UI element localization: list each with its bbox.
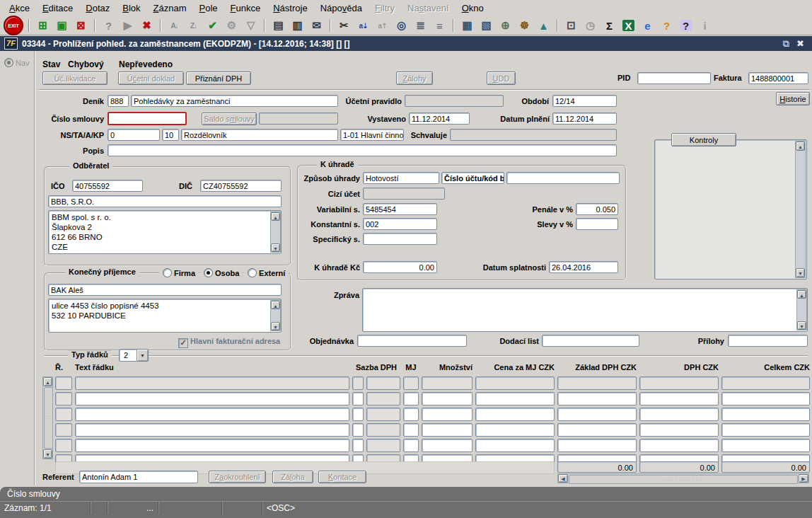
- grid-cell[interactable]: [422, 423, 472, 437]
- cislo-smlouvy-field[interactable]: [108, 112, 187, 125]
- sum-icon[interactable]: Σ: [601, 18, 618, 33]
- outline-expand-icon[interactable]: ≡: [431, 18, 448, 33]
- popis-field[interactable]: [108, 144, 617, 156]
- cizi-ucet-field[interactable]: [363, 188, 445, 200]
- prijemce-radio-osoba[interactable]: Osoba: [200, 268, 243, 277]
- grid-vertical-scrollbar[interactable]: ▲ ∵∴ ▼: [42, 376, 53, 459]
- print-setup-icon[interactable]: ▥: [289, 18, 306, 33]
- grid-cell[interactable]: [352, 376, 364, 390]
- saldo-field[interactable]: [259, 113, 338, 125]
- grid-cell[interactable]: [403, 392, 419, 405]
- grid-cell[interactable]: [403, 408, 419, 421]
- ns-field-3[interactable]: Rozdělovník: [181, 129, 338, 141]
- grid-cell[interactable]: [639, 408, 719, 421]
- grid-cell[interactable]: [557, 408, 637, 421]
- grid-cell[interactable]: [721, 392, 810, 405]
- help-icon[interactable]: ?: [677, 18, 695, 33]
- grid-cell[interactable]: [352, 392, 364, 405]
- grid-cell[interactable]: [75, 408, 349, 421]
- grid-cell[interactable]: [366, 423, 400, 437]
- ico-field[interactable]: 40755592: [72, 180, 143, 192]
- ns-field-2[interactable]: 10: [162, 129, 179, 141]
- k-uhrade-field[interactable]: 0.00: [363, 261, 437, 273]
- menu-item[interactable]: Akce: [3, 1, 36, 15]
- ns-field-4[interactable]: 1-01 Hlavní činnos: [340, 129, 404, 141]
- grid-cell[interactable]: [557, 392, 637, 405]
- externi-radio-icon[interactable]: [248, 268, 257, 277]
- typ-radku-dropdown[interactable]: 2 ▼: [119, 349, 149, 362]
- grid-cell[interactable]: [422, 376, 472, 390]
- cut-icon[interactable]: ✂: [335, 18, 353, 33]
- document-edit-icon[interactable]: ▧: [477, 18, 495, 33]
- grid-cell[interactable]: [721, 376, 810, 390]
- dodaci-list-field[interactable]: [542, 335, 639, 347]
- grid-cell[interactable]: [721, 439, 810, 452]
- grid-cell[interactable]: [422, 439, 472, 452]
- exit-button[interactable]: EXIT: [4, 16, 23, 35]
- faktura-field[interactable]: 1488800001: [748, 72, 808, 84]
- grid-cell[interactable]: [557, 423, 637, 437]
- menu-item[interactable]: Funkce: [224, 1, 267, 15]
- datum-plneni-field[interactable]: 11.12.2014: [552, 113, 617, 125]
- nav-radio[interactable]: [4, 58, 13, 67]
- grid-cell[interactable]: [639, 439, 719, 452]
- zoom-record-icon[interactable]: ◎: [393, 18, 410, 33]
- grid-cell[interactable]: [557, 376, 637, 390]
- grid-cell[interactable]: [403, 439, 419, 452]
- grid-cell[interactable]: [422, 408, 472, 421]
- duplicate-record-icon[interactable]: ▣: [53, 18, 71, 33]
- splatnost-field[interactable]: 26.04.2016: [549, 261, 618, 273]
- grid-cell[interactable]: [721, 423, 810, 437]
- menu-item[interactable]: Blok: [116, 1, 146, 15]
- browser-icon[interactable]: e: [639, 18, 656, 33]
- grid-cell[interactable]: [475, 392, 555, 405]
- globe-icon[interactable]: ⊕: [497, 18, 514, 33]
- grid-cell[interactable]: [75, 423, 349, 437]
- denik-code-field[interactable]: 888: [108, 95, 129, 107]
- grid-cell[interactable]: [366, 392, 400, 405]
- print-icon[interactable]: ▤: [269, 18, 287, 33]
- document-check-icon[interactable]: ▦: [458, 18, 476, 33]
- grid-cell[interactable]: [55, 376, 72, 390]
- konstantni-field[interactable]: 002: [363, 218, 437, 230]
- cancel-query-icon[interactable]: ✖: [138, 18, 156, 33]
- chevron-down-icon[interactable]: ▼: [137, 349, 149, 362]
- commit-icon[interactable]: ✔: [204, 18, 221, 33]
- grid-cell[interactable]: [475, 439, 555, 452]
- grid-cell[interactable]: [475, 408, 555, 421]
- grid-cell[interactable]: [75, 439, 349, 452]
- grid-cell[interactable]: [55, 392, 72, 405]
- vystaveno-field[interactable]: 11.12.2014: [409, 113, 470, 125]
- slevy-field[interactable]: [576, 218, 618, 230]
- priznani-dph-button[interactable]: Přiznání DPH: [186, 71, 251, 85]
- excel-icon[interactable]: X: [620, 18, 637, 33]
- grid-cell[interactable]: [639, 423, 719, 437]
- zpusob-uhrady-field[interactable]: Hotovostí: [363, 172, 439, 184]
- copy-value-icon[interactable]: a⇣: [354, 18, 372, 33]
- denik-name-field[interactable]: Pohledávky za zaměstnanci: [131, 95, 338, 107]
- help-columns-icon[interactable]: ?: [658, 18, 675, 33]
- grid-cell[interactable]: [366, 376, 400, 390]
- grid-cell[interactable]: [557, 439, 637, 452]
- insert-record-icon[interactable]: ⊞: [34, 18, 52, 33]
- dic-field[interactable]: CZ40755592: [200, 180, 282, 192]
- hlavni-adresa-checkbox[interactable]: ✓: [178, 338, 188, 348]
- grid-cell[interactable]: [352, 423, 364, 437]
- specificky-field[interactable]: [363, 233, 437, 245]
- ship-wheel-icon[interactable]: ☸: [516, 18, 533, 33]
- schvaluje-field[interactable]: [450, 129, 617, 141]
- grid-cell[interactable]: [475, 423, 555, 437]
- firma-radio-icon[interactable]: [163, 268, 172, 277]
- osoba-radio-icon[interactable]: [204, 268, 213, 277]
- grid-cell[interactable]: [475, 376, 555, 390]
- grid-cell[interactable]: [55, 408, 72, 421]
- grid-cell[interactable]: [422, 392, 472, 405]
- odberatel-name-field[interactable]: BBB, S.R.O.: [48, 195, 282, 207]
- mail-icon[interactable]: ✉: [308, 18, 325, 33]
- prijemce-address-field[interactable]: ulice 4453 číslo popisné 4453532 10 PARD…: [48, 299, 282, 333]
- prijemce-address-scrollbar[interactable]: ▲ ▼: [270, 300, 281, 331]
- delete-record-icon[interactable]: ⊠: [72, 18, 90, 33]
- grid-cell[interactable]: [55, 439, 72, 452]
- ucetni-pravidlo-field[interactable]: [405, 95, 504, 107]
- hlavni-adresa-checkbox-row[interactable]: ✓ Hlavní fakturační adresa: [177, 337, 282, 348]
